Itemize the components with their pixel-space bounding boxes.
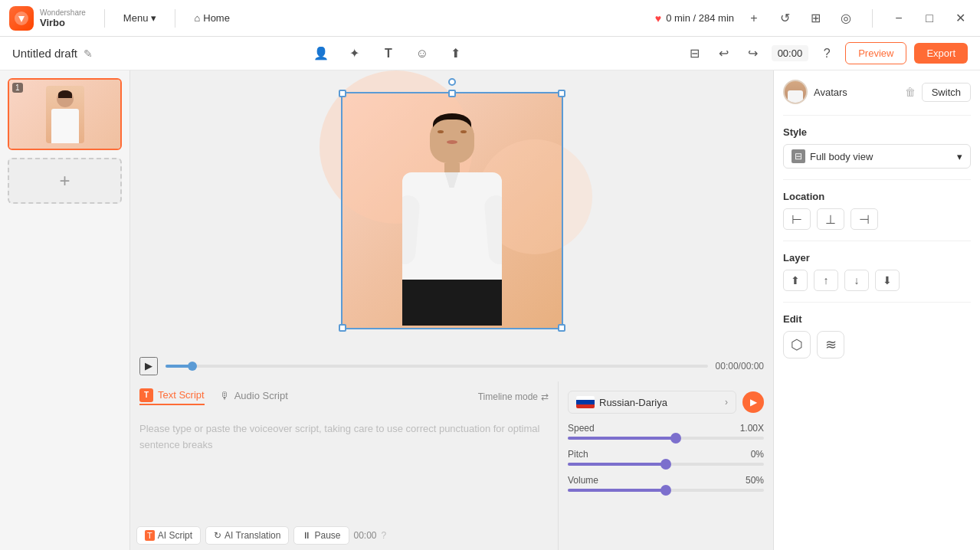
pitch-slider[interactable] [568, 463, 764, 466]
edit-hex-button[interactable]: ⬡ [783, 331, 811, 358]
delete-avatar-icon[interactable]: 🗑 [905, 86, 916, 98]
location-section: Location ⊢ ⊥ ⊣ [783, 191, 971, 230]
voice-selector[interactable]: Russian-Dariya › [568, 391, 736, 414]
speed-label: Speed [568, 423, 595, 434]
upload-tool-button[interactable]: ⬆ [442, 40, 470, 67]
volume-slider[interactable] [568, 489, 764, 492]
timecode-help-icon[interactable]: ? [816, 43, 837, 64]
edit-controls: ⬡ ≋ [783, 331, 971, 358]
edit-wave-button[interactable]: ≋ [817, 331, 844, 358]
maximize-button[interactable]: □ [919, 8, 940, 29]
ai-script-icon: T [145, 530, 155, 541]
ai-translation-icon: ↻ [214, 530, 221, 541]
app-logo-icon [9, 6, 34, 31]
export-button[interactable]: Export [914, 43, 968, 64]
volume-thumb[interactable] [660, 485, 671, 496]
align-center-button[interactable]: ⊥ [817, 208, 844, 230]
canvas-viewport[interactable] [130, 70, 773, 351]
voice-arrow-icon: › [725, 397, 728, 408]
person-tool-button[interactable]: 👤 [307, 40, 335, 67]
redo-button[interactable]: ↪ [742, 43, 764, 64]
draft-title: Untitled draft [12, 47, 77, 60]
slide-thumbnail [9, 80, 120, 149]
script-tabs: T Text Script 🎙 Audio Script Timeline mo… [130, 381, 558, 412]
style-title: Style [783, 126, 971, 138]
script-footer: T AI Script ↻ AI Translation ⏸ Pause 00:… [130, 519, 558, 550]
layer-down-button[interactable]: ↓ [844, 270, 869, 291]
speed-label-row: Speed 1.00X [568, 423, 764, 434]
close-button[interactable]: ✕ [949, 8, 971, 29]
script-content[interactable]: Please type or paste the voiceover scrip… [130, 412, 558, 519]
pause-button[interactable]: ⏸ Pause [293, 526, 349, 545]
footer-time: 00:00 [354, 530, 377, 541]
minimize-button[interactable]: − [888, 8, 910, 29]
timecode-display: 00:00 [772, 45, 809, 61]
text-script-icon: T [139, 388, 153, 402]
pitch-label-row: Pitch 0% [568, 449, 764, 460]
speed-thumb[interactable] [670, 433, 681, 444]
home-button[interactable]: ⌂ Home [188, 9, 236, 27]
align-right-button[interactable]: ⊣ [851, 208, 878, 230]
timeline-mode-icon: ⇄ [541, 391, 549, 402]
text-tool-button[interactable]: T [375, 40, 402, 67]
grid-button[interactable]: ⊞ [805, 8, 826, 29]
pitch-value: 0% [751, 449, 764, 460]
layer-to-bottom-button[interactable]: ⬇ [875, 270, 900, 291]
home-icon: ⌂ [194, 12, 200, 24]
logo-area: Wondershare Virbo [9, 6, 86, 31]
tab-text-script[interactable]: T Text Script [139, 388, 205, 405]
voice-name: Russian-Dariya [599, 397, 720, 408]
layer-up-button[interactable]: ↑ [814, 270, 838, 291]
emoji-tool-button[interactable]: ☺ [408, 40, 436, 67]
right-panel: Avatars 🗑 Switch Style ⊟ Full body view … [773, 70, 980, 550]
heart-icon: ♥ [655, 12, 661, 25]
menu-button[interactable]: Menu ▾ [117, 9, 163, 27]
style-value: Full body view [810, 151, 957, 162]
title-right: ⊟ ↩ ↪ 00:00 ? Preview Export [684, 42, 968, 64]
progress-track[interactable] [166, 365, 708, 368]
divider-3 [872, 9, 873, 28]
align-left-button[interactable]: ⊢ [783, 208, 811, 230]
add-slide-button[interactable]: + [8, 158, 122, 204]
play-button[interactable]: ▶ [139, 357, 158, 375]
full-body-icon: ⊟ [792, 149, 805, 163]
preview-button[interactable]: Preview [845, 42, 906, 64]
history-button[interactable]: ↺ [774, 8, 795, 29]
speed-value: 1.00X [740, 423, 764, 434]
play-voice-button[interactable]: ▶ [742, 391, 764, 413]
footer-help-icon[interactable]: ? [382, 530, 387, 541]
playback-bar: ▶ 00:00/00:00 [130, 351, 773, 381]
layer-controls: ⬆ ↑ ↓ ⬇ [783, 270, 971, 291]
location-title: Location [783, 191, 971, 202]
thumbnail-button[interactable]: ⊟ [684, 43, 706, 64]
script-area: T Text Script 🎙 Audio Script Timeline mo… [130, 381, 773, 550]
style-dropdown[interactable]: ⊟ Full body view ▾ [783, 144, 971, 169]
main-content: 1 + [0, 70, 980, 550]
style-chevron-icon: ▾ [957, 151, 962, 162]
switch-button[interactable]: Switch [922, 83, 971, 102]
pitch-slider-row: Pitch 0% [568, 449, 764, 466]
slide-number: 1 [12, 83, 23, 93]
speed-slider[interactable] [568, 437, 764, 440]
add-slide-icon: + [59, 170, 70, 192]
progress-thumb[interactable] [188, 362, 197, 371]
ai-script-button[interactable]: T AI Script [136, 526, 201, 545]
handle-rotation[interactable] [448, 78, 456, 86]
layer-to-top-button[interactable]: ⬆ [783, 270, 808, 291]
divider-1 [104, 9, 105, 28]
edit-title: Edit [783, 313, 971, 325]
ai-translation-button[interactable]: ↻ AI Translation [205, 526, 289, 545]
undo-button[interactable]: ↩ [713, 43, 735, 64]
slide-item[interactable]: 1 [8, 78, 122, 150]
tab-audio-script[interactable]: 🎙 Audio Script [220, 390, 288, 403]
menu-chevron-icon: ▾ [151, 12, 156, 24]
add-button[interactable]: + [743, 8, 765, 29]
pitch-thumb[interactable] [660, 459, 671, 470]
divider-layer [783, 241, 971, 241]
playback-time: 00:00/00:00 [716, 361, 764, 372]
account-button[interactable]: ◎ [835, 8, 857, 29]
voice-selector-row: Russian-Dariya › ▶ [568, 391, 764, 414]
pitch-fill [568, 463, 666, 466]
edit-title-icon[interactable]: ✎ [84, 47, 93, 60]
wand-tool-button[interactable]: ✦ [341, 40, 369, 67]
